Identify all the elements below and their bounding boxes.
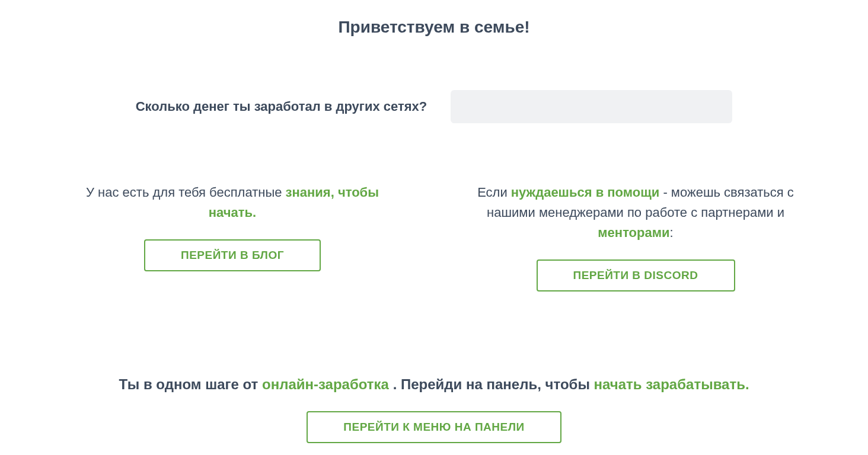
question-row: Сколько денег ты заработал в других сетя… bbox=[36, 90, 832, 123]
footer-text-middle: . Перейди на панель, чтобы bbox=[389, 376, 594, 392]
discord-column: Если нуждаешься в помощи - можешь связат… bbox=[470, 182, 802, 291]
blog-text: У нас есть для тебя бесплатные знания, ч… bbox=[66, 182, 398, 223]
go-to-discord-button[interactable]: ПЕРЕЙТИ В DISCORD bbox=[537, 259, 735, 291]
footer-section: Ты в одном шаге от онлайн-заработка . Пе… bbox=[36, 374, 832, 443]
footer-text-highlight2: начать зарабатывать. bbox=[594, 376, 749, 392]
footer-text: Ты в одном шаге от онлайн-заработка . Пе… bbox=[119, 374, 749, 395]
welcome-container: Приветствуем в семье! Сколько денег ты з… bbox=[36, 18, 832, 443]
discord-text-prefix: Если bbox=[477, 185, 511, 200]
go-to-blog-button[interactable]: ПЕРЕЙТИ В БЛОГ bbox=[144, 239, 321, 271]
question-label: Сколько денег ты заработал в других сетя… bbox=[136, 99, 427, 114]
footer-text-highlight1: онлайн-заработка bbox=[262, 376, 389, 392]
blog-text-prefix: У нас есть для тебя бесплатные bbox=[86, 185, 286, 200]
page-title: Приветствуем в семье! bbox=[338, 18, 529, 37]
discord-text-highlight2: менторами bbox=[598, 225, 669, 240]
discord-text-suffix: : bbox=[670, 225, 674, 240]
discord-text-highlight1: нуждаешься в помощи bbox=[511, 185, 659, 200]
blog-column: У нас есть для тебя бесплатные знания, ч… bbox=[66, 182, 398, 291]
go-to-panel-button[interactable]: ПЕРЕЙТИ К МЕНЮ НА ПАНЕЛИ bbox=[307, 411, 561, 443]
earnings-input[interactable] bbox=[451, 90, 732, 123]
discord-text: Если нуждаешься в помощи - можешь связат… bbox=[470, 182, 802, 243]
footer-text-prefix: Ты в одном шаге от bbox=[119, 376, 262, 392]
info-columns: У нас есть для тебя бесплатные знания, ч… bbox=[36, 182, 832, 291]
